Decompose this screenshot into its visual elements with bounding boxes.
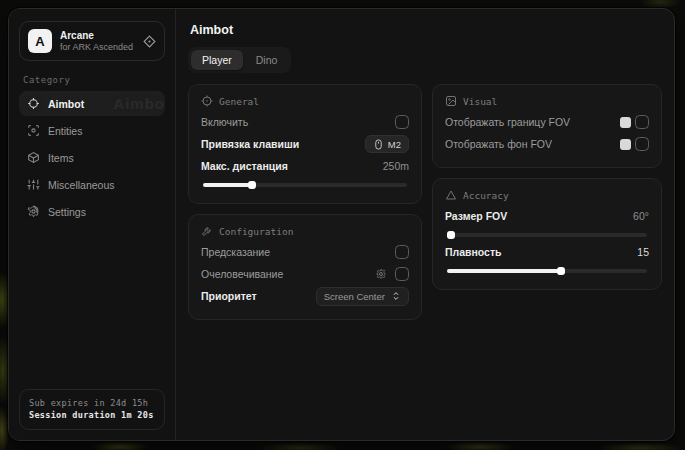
humanize-checkbox[interactable] — [395, 267, 409, 281]
sidebar-item-settings[interactable]: Settings — [19, 199, 165, 224]
right-column: Visual Отображать границу FOV Отображать… — [432, 84, 662, 290]
sidebar-item-label: Entities — [48, 125, 82, 137]
app-subtitle: for ARK Ascended — [60, 42, 135, 52]
scan-icon — [27, 124, 40, 137]
sidebar-nav: Aimbot Aimbot Entities Item — [19, 91, 165, 224]
fov-border-row: Отображать границу FOV — [445, 111, 649, 133]
prediction-label: Предсказание — [201, 246, 270, 258]
priority-dropdown[interactable]: Screen Center — [316, 287, 409, 306]
priority-row: Приоритет Screen Center — [201, 285, 409, 307]
keybind-label: Привязка клавиши — [201, 138, 299, 150]
card-accuracy-header: Accuracy — [445, 189, 649, 201]
enable-checkbox[interactable] — [395, 115, 409, 129]
fov-bg-controls — [620, 137, 649, 151]
sidebar: A Arcane for ARK Ascended Category Aimbo… — [9, 9, 176, 440]
humanize-row: Очеловечивание — [201, 263, 409, 285]
card-general: General Включить Привязка клавиши — [188, 84, 422, 204]
crosshair-icon — [27, 97, 40, 110]
fov-size-row: Размер FOV 60° — [445, 205, 649, 227]
card-configuration: Configuration Предсказание Очеловечивани… — [188, 214, 422, 320]
fov-bg-color-swatch[interactable] — [620, 139, 631, 150]
cards-grid: General Включить Привязка клавиши — [188, 84, 662, 320]
brand-text: Arcane for ARK Ascended — [60, 30, 135, 52]
tab-bar: Player Dino — [188, 47, 291, 73]
fov-size-value: 60° — [633, 210, 649, 222]
distance-value: 250m — [383, 160, 409, 172]
card-visual-header: Visual — [445, 95, 649, 107]
distance-slider-fill — [203, 183, 252, 187]
card-configuration-header: Configuration — [201, 225, 409, 237]
app-title: Arcane — [60, 30, 135, 42]
fov-border-controls — [620, 115, 649, 129]
active-item-watermark: Aimbot — [113, 95, 165, 112]
priority-value: Screen Center — [324, 291, 385, 302]
sidebar-item-label: Items — [48, 152, 74, 164]
app-logo: A — [28, 29, 52, 53]
sidebar-item-miscellaneous[interactable]: Miscellaneous — [19, 172, 165, 197]
subscription-info-box: Sub expires in 24d 15h Session duration … — [19, 389, 165, 431]
humanize-label: Очеловечивание — [201, 268, 283, 280]
card-configuration-title: Configuration — [219, 226, 293, 237]
smoothness-slider[interactable] — [447, 269, 647, 273]
main-panel: Aimbot Player Dino Genera — [176, 9, 674, 440]
sidebar-item-aimbot[interactable]: Aimbot Aimbot — [19, 91, 165, 116]
smoothness-slider-thumb[interactable] — [557, 267, 565, 275]
priority-label: Приоритет — [201, 290, 257, 302]
fov-border-color-swatch[interactable] — [620, 117, 631, 128]
fov-size-slider-thumb[interactable] — [447, 231, 455, 239]
humanize-controls — [375, 267, 409, 281]
fov-bg-checkbox[interactable] — [635, 137, 649, 151]
keybind-button[interactable]: M2 — [365, 135, 409, 153]
sidebar-item-items[interactable]: Items — [19, 145, 165, 170]
sliders-icon — [27, 178, 40, 191]
card-accuracy: Accuracy Размер FOV 60° Плавность 15 — [432, 178, 662, 290]
card-general-header: General — [201, 95, 409, 107]
card-accuracy-title: Accuracy — [463, 190, 509, 201]
target-diamond-icon — [143, 35, 156, 48]
tab-dino[interactable]: Dino — [245, 50, 289, 70]
smoothness-value: 15 — [637, 246, 649, 258]
enable-row: Включить — [201, 111, 409, 133]
distance-slider[interactable] — [203, 183, 407, 187]
enable-label: Включить — [201, 116, 248, 128]
target-icon — [201, 95, 213, 107]
distance-slider-thumb[interactable] — [248, 181, 256, 189]
fov-bg-row: Отображать фон FOV — [445, 133, 649, 155]
left-column: General Включить Привязка клавиши — [188, 84, 422, 320]
distance-label: Макс. дистанция — [201, 160, 288, 172]
card-visual: Visual Отображать границу FOV Отображать… — [432, 84, 662, 168]
card-general-title: General — [219, 96, 259, 107]
tab-player[interactable]: Player — [191, 50, 243, 70]
keybind-row: Привязка клавиши M2 — [201, 133, 409, 155]
distance-row: Макс. дистанция 250m — [201, 155, 409, 177]
prediction-row: Предсказание — [201, 241, 409, 263]
chevron-selector-icon — [391, 291, 401, 301]
smoothness-row: Плавность 15 — [445, 241, 649, 263]
fov-bg-label: Отображать фон FOV — [445, 138, 552, 150]
category-label: Category — [23, 75, 161, 85]
fov-border-label: Отображать границу FOV — [445, 116, 570, 128]
fov-size-slider[interactable] — [447, 233, 647, 237]
fov-border-checkbox[interactable] — [635, 115, 649, 129]
app-window: A Arcane for ARK Ascended Category Aimbo… — [8, 8, 675, 441]
session-duration-text: Session duration 1m 20s — [29, 409, 155, 422]
mouse-icon — [373, 139, 384, 150]
humanize-settings-gear-icon[interactable] — [375, 268, 387, 280]
prediction-checkbox[interactable] — [395, 245, 409, 259]
sub-expires-text: Sub expires in 24d 15h — [29, 397, 155, 410]
smoothness-label: Плавность — [445, 246, 502, 258]
brand-box: A Arcane for ARK Ascended — [19, 21, 165, 61]
wrench-icon — [201, 225, 213, 237]
page-title: Aimbot — [190, 23, 662, 37]
fov-size-label: Размер FOV — [445, 210, 507, 222]
sidebar-item-label: Aimbot — [48, 98, 84, 110]
sidebar-item-label: Miscellaneous — [48, 179, 115, 191]
image-icon — [445, 95, 457, 107]
keybind-value: M2 — [388, 139, 401, 150]
gear-icon — [27, 205, 40, 218]
triangle-icon — [445, 189, 457, 201]
package-icon — [27, 151, 40, 164]
sidebar-item-entities[interactable]: Entities — [19, 118, 165, 143]
smoothness-slider-fill — [447, 269, 561, 273]
card-visual-title: Visual — [463, 96, 497, 107]
